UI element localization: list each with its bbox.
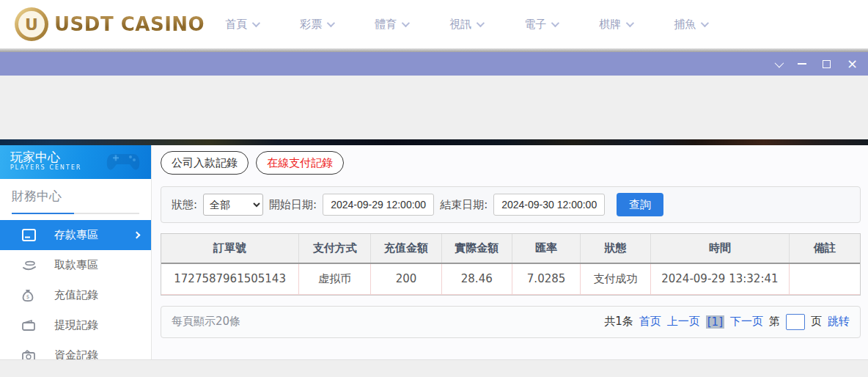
cell-actual-amount: 28.46 (441, 263, 512, 294)
cell-order-number: 1727587961505143 (161, 263, 299, 294)
table-row: 1727587961505143 虚拟币 200 28.46 7.0285 支付… (161, 263, 860, 294)
funds-record-icon (22, 349, 37, 360)
page-size-text: 每頁顯示20條 (172, 315, 240, 329)
chevron-down-icon (402, 19, 410, 27)
nav-item-home[interactable]: 首頁 (225, 18, 258, 32)
col-time: 時間 (650, 234, 790, 263)
sidebar-item-funds-records[interactable]: 資金記錄 (0, 340, 151, 359)
cell-time: 2024-09-29 13:32:41 (650, 263, 790, 294)
gamepad-icon (106, 148, 144, 173)
nav-item-label: 棋牌 (599, 18, 621, 32)
chevron-down-icon (477, 19, 485, 27)
logo-monogram: U (18, 11, 45, 37)
sidebar: 玩家中心 PLAYERS CENTER 財務中心 存款專區 (0, 145, 152, 359)
col-payment-method: 支付方式 (299, 234, 371, 263)
nav-item-label: 捕魚 (674, 18, 696, 32)
cell-remark (790, 263, 860, 294)
filter-bar: 狀態: 全部 開始日期: 結束日期: 查詢 (161, 186, 861, 223)
status-label: 狀態: (172, 198, 197, 212)
start-date-input[interactable] (323, 194, 434, 216)
pagination-controls: 共1条 首页 上一页 [1] 下一页 第 页 跳转 (604, 314, 850, 330)
section-underline (12, 213, 139, 214)
sidebar-item-withdraw-zone[interactable]: 取款專區 (0, 250, 151, 280)
col-status: 狀態 (581, 234, 650, 263)
nav-item-fishing[interactable]: 捕魚 (674, 18, 707, 32)
tab-online-payment-records[interactable]: 在線支付記錄 (256, 151, 344, 175)
nav-item-label: 體育 (375, 18, 397, 32)
close-button[interactable]: × (847, 57, 858, 70)
table-header-row: 訂單號 支付方式 充值金額 實際金額 匯率 狀態 時間 備註 (161, 234, 860, 263)
col-actual-amount: 實際金額 (441, 234, 512, 263)
chevron-down-icon (626, 19, 634, 27)
nav-item-label: 彩票 (300, 18, 322, 32)
pagination-bar: 每頁顯示20條 共1条 首页 上一页 [1] 下一页 第 页 跳转 (161, 306, 861, 338)
page-jump-input[interactable] (786, 314, 805, 330)
total-count-text: 共1条 (604, 315, 633, 329)
jump-suffix-text: 页 (811, 315, 822, 329)
nav-item-slots[interactable]: 電子 (524, 18, 557, 32)
chevron-right-icon (133, 232, 141, 239)
sidebar-item-label: 充值記錄 (54, 288, 98, 302)
sidebar-item-label: 提現記錄 (54, 318, 98, 332)
cell-status: 支付成功 (581, 263, 650, 294)
popup-empty-area (0, 76, 868, 139)
nav-item-video[interactable]: 視訊 (449, 18, 482, 32)
top-navigation-bar: U USDT CASINO 首頁 彩票 體育 視訊 電子 棋牌 捕魚 (0, 0, 868, 48)
banner-strip (0, 139, 868, 145)
sidebar-item-label: 取款專區 (54, 258, 98, 272)
nav-item-boardgames[interactable]: 棋牌 (599, 18, 632, 32)
minimize-icon (798, 63, 806, 65)
chevron-down-icon (252, 19, 260, 27)
status-select[interactable]: 全部 (203, 194, 263, 216)
col-topup-amount: 充值金額 (371, 234, 441, 263)
start-date-label: 開始日期: (269, 198, 317, 212)
main-panel: 公司入款記錄 在線支付記錄 狀態: 全部 開始日期: 結束日期: 查詢 (152, 145, 868, 359)
footer-strip (0, 359, 868, 377)
sidebar-item-topup-records[interactable]: $ 充值記錄 (0, 280, 151, 310)
first-page-link[interactable]: 首页 (639, 315, 661, 329)
brand-logo[interactable]: U USDT CASINO (15, 7, 205, 41)
maximize-icon (823, 60, 831, 68)
jump-link[interactable]: 跳转 (828, 315, 850, 329)
prev-page-link[interactable]: 上一页 (667, 315, 700, 329)
collapse-button[interactable] (775, 61, 781, 67)
current-page-indicator: [1] (706, 315, 724, 329)
maximize-button[interactable] (823, 60, 831, 68)
cell-payment-method: 虚拟币 (299, 263, 371, 294)
main-menu: 首頁 彩票 體育 視訊 電子 棋牌 捕魚 (225, 18, 749, 32)
cell-exchange-rate: 7.0285 (512, 263, 580, 294)
jump-prefix-text: 第 (769, 315, 780, 329)
chevron-down-icon (774, 58, 784, 67)
finance-center-section: 財務中心 (0, 179, 151, 214)
records-table: 訂單號 支付方式 充值金額 實際金額 匯率 狀態 時間 備註 172758796… (161, 233, 861, 296)
moneybag-icon: $ (22, 289, 37, 302)
sidebar-item-withdrawal-records[interactable]: 提現記錄 (0, 310, 151, 340)
popup-window-titlebar: × (0, 52, 868, 76)
sidebar-item-deposit-zone[interactable]: 存款專區 (0, 220, 151, 250)
nav-item-label: 電子 (524, 18, 546, 32)
withdraw-hand-icon (22, 259, 37, 272)
record-tabs: 公司入款記錄 在線支付記錄 (161, 151, 861, 175)
end-date-input[interactable] (493, 194, 605, 216)
tab-company-deposit-records[interactable]: 公司入款記錄 (161, 151, 249, 175)
search-button[interactable]: 查詢 (617, 193, 663, 216)
next-page-link[interactable]: 下一页 (730, 315, 763, 329)
logo-badge-icon: U (15, 7, 48, 41)
chevron-down-icon (551, 19, 559, 27)
brand-name: USDT CASINO (54, 13, 205, 35)
chevron-down-icon (701, 19, 709, 27)
nav-item-sports[interactable]: 體育 (375, 18, 408, 32)
chevron-down-icon (327, 19, 335, 27)
col-exchange-rate: 匯率 (512, 234, 580, 263)
deposit-card-icon (22, 229, 37, 242)
players-center-header: 玩家中心 PLAYERS CENTER (0, 145, 151, 179)
content-area: 玩家中心 PLAYERS CENTER 財務中心 存款專區 (0, 145, 868, 359)
minimize-button[interactable] (798, 63, 806, 65)
col-order-number: 訂單號 (161, 234, 299, 263)
cell-topup-amount: 200 (371, 263, 441, 294)
finance-center-title: 財務中心 (12, 188, 139, 205)
nav-item-label: 視訊 (449, 18, 471, 32)
nav-item-lottery[interactable]: 彩票 (300, 18, 333, 32)
sidebar-menu: 存款專區 取款專區 $ 充值記錄 提現記錄 (0, 220, 151, 359)
end-date-label: 結束日期: (440, 198, 488, 212)
